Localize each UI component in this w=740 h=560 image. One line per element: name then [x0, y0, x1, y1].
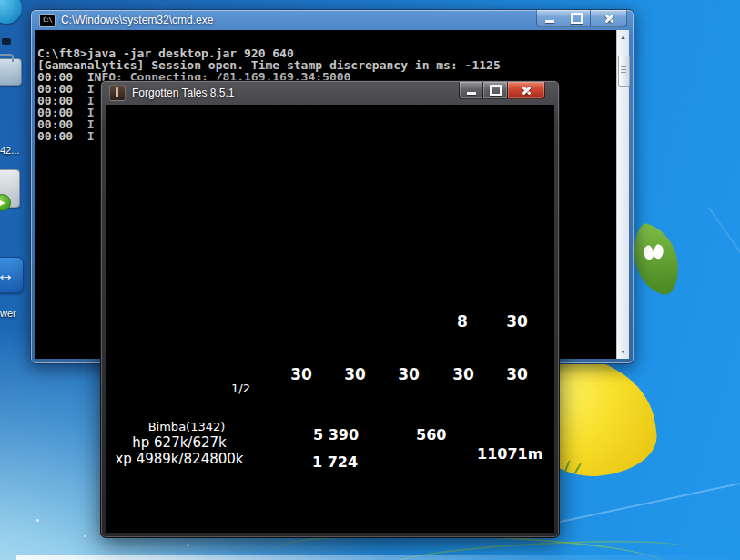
game-app-icon — [109, 85, 126, 101]
desktop-icon-blue-app[interactable] — [0, 0, 22, 24]
hud-counter-top[interactable]: 30 — [506, 312, 528, 331]
close-icon — [521, 85, 532, 96]
hud-counter-small[interactable]: 8 — [457, 312, 468, 331]
minimize-button[interactable] — [536, 10, 563, 27]
close-icon — [603, 13, 614, 24]
hud-stat-value: 1 724 — [312, 453, 358, 471]
maximize-button[interactable] — [483, 82, 508, 99]
desktop-icon-label — [2, 38, 11, 45]
hud-xp-label: xp 4989k/824800k — [115, 451, 243, 467]
wallpaper-light-streak — [538, 471, 740, 527]
wallpaper-sparkle — [187, 544, 189, 546]
scroll-up-icon[interactable]: ▲ — [617, 31, 629, 43]
game-window: Forgotten Tales 8.5.1 8 30 30 30 30 30 3… — [100, 80, 560, 538]
cmd-window-title: C:\Windows\system32\cmd.exe — [61, 14, 213, 26]
desktop-icon-teamviewer[interactable]: ↔ — [0, 257, 24, 293]
wallpaper-sparkle — [84, 535, 86, 537]
butterfly-icon — [643, 244, 666, 262]
minimize-icon — [545, 20, 554, 23]
desktop-icon-file-label: 42... — [0, 145, 19, 156]
desktop: 42... ▶ ↔ wer C:\ C:\Windows\system32\cm… — [0, 0, 740, 560]
minimize-icon — [467, 92, 476, 95]
hud-stat-value: 5 390 — [313, 426, 359, 443]
minimize-button[interactable] — [459, 82, 483, 99]
hud-stat-value: 560 — [416, 426, 446, 443]
desktop-icon-briefcase[interactable] — [0, 58, 22, 86]
desktop-icon-installer[interactable]: ▶ — [0, 169, 20, 208]
cmd-scrollbar[interactable]: ▲ ▼ — [616, 30, 629, 359]
hud-skill-slot[interactable]: 30 — [344, 365, 366, 383]
maximize-icon — [571, 13, 583, 24]
game-caption-buttons — [459, 82, 545, 99]
taskbar-edge — [16, 555, 740, 560]
hud-skill-slot[interactable]: 30 — [290, 365, 312, 383]
hud-player-name: Bimba(1342) — [148, 420, 226, 433]
desktop-icon-teamviewer-label: wer — [0, 308, 16, 319]
scrollbar-thumb[interactable] — [618, 56, 630, 87]
wallpaper-light-streak — [707, 207, 740, 334]
close-button[interactable] — [508, 82, 545, 99]
hud-hp-label: hp 627k/627k — [132, 434, 226, 451]
maximize-icon — [490, 85, 502, 96]
butterfly-wing — [651, 243, 665, 260]
cmd-prompt-icon: C:\ — [39, 14, 56, 27]
close-button[interactable] — [591, 10, 627, 27]
installer-arrow-icon: ▶ — [0, 194, 11, 211]
game-viewport: 8 30 30 30 30 30 30 1/2 Bimba(1342) hp 6… — [106, 105, 554, 533]
hud-page-indicator[interactable]: 1/2 — [231, 382, 250, 395]
game-window-title: Forgotten Tales 8.5.1 — [132, 87, 235, 99]
wallpaper-sparkle — [36, 519, 39, 522]
maximize-button[interactable] — [563, 10, 591, 27]
hud-skill-slot[interactable]: 30 — [506, 365, 528, 383]
hud-distance-value: 11071m — [477, 445, 542, 463]
cmd-caption-buttons — [536, 10, 627, 27]
hud-skill-slot[interactable]: 30 — [452, 365, 474, 383]
scroll-down-icon[interactable]: ▼ — [617, 346, 629, 358]
hud-skill-slot[interactable]: 30 — [398, 365, 420, 383]
